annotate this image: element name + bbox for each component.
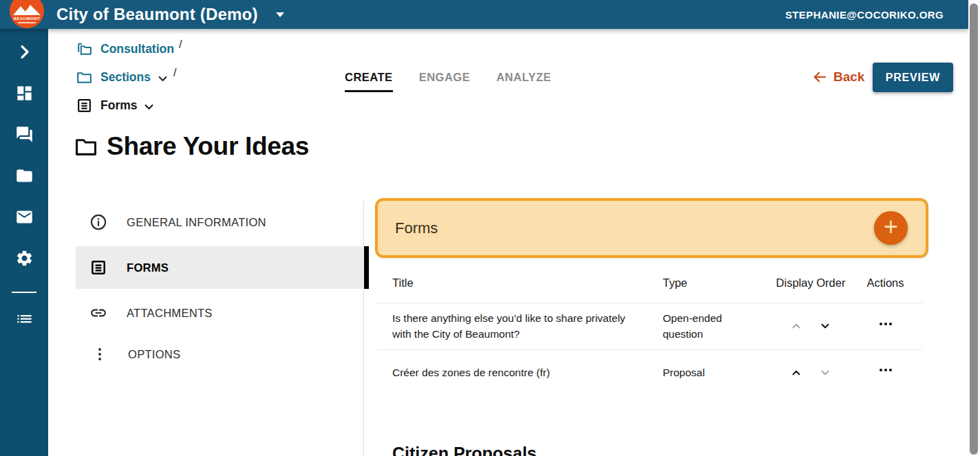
form-title: Créer des zones de rencontre (fr) — [377, 365, 647, 380]
section-nav: GENERAL INFORMATION FORMS ATTACHMENTS OP… — [76, 205, 364, 378]
breadcrumb-separator: / — [179, 39, 182, 51]
order-controls — [773, 367, 849, 379]
mail-icon[interactable] — [15, 208, 34, 226]
page-title-row: Share Your Ideas — [74, 132, 309, 161]
move-up-button[interactable] — [790, 320, 802, 332]
back-button[interactable]: Back — [812, 69, 864, 85]
column-header-title: Title — [377, 274, 647, 292]
back-label: Back — [833, 69, 864, 85]
column-header-display-order: Display Order — [773, 274, 849, 292]
mountains-graphic — [12, 3, 41, 16]
nav-item-attachments[interactable]: ATTACHMENTS — [76, 296, 364, 330]
folder-outline-icon — [74, 135, 98, 158]
list-icon[interactable] — [15, 310, 34, 328]
tab-create[interactable]: CREATE — [345, 71, 393, 92]
table-row: Créer des zones de rencontre (fr) Propos… — [377, 350, 922, 395]
breadcrumb-forms[interactable]: Forms — [76, 96, 182, 115]
nav-item-label: OPTIONS — [128, 348, 180, 361]
form-type: Proposal — [647, 365, 773, 380]
breadcrumb-consultation[interactable]: Consultation / — [76, 40, 182, 58]
nav-item-general-information[interactable]: GENERAL INFORMATION — [76, 205, 364, 239]
nav-item-label: FORMS — [127, 261, 169, 274]
form-type: Open-ended question — [647, 310, 773, 343]
logo-tagline — [18, 22, 36, 23]
move-down-button[interactable] — [819, 367, 831, 379]
folder-icon — [76, 69, 93, 86]
scrollbar-thumb[interactable] — [970, 3, 978, 455]
more-actions-button[interactable] — [877, 362, 894, 378]
form-icon — [76, 97, 93, 114]
icon-sidebar — [0, 29, 48, 456]
folder-icon[interactable] — [15, 166, 34, 185]
link-icon — [89, 304, 107, 322]
tab-analyze[interactable]: ANALYZE — [496, 71, 551, 92]
order-controls — [773, 320, 849, 332]
settings-icon[interactable] — [15, 249, 34, 268]
chevron-down-icon[interactable] — [157, 73, 169, 85]
dashboard-icon[interactable] — [15, 84, 34, 102]
breadcrumb-label[interactable]: Consultation — [100, 42, 174, 56]
breadcrumb-label[interactable]: Sections — [100, 70, 151, 85]
column-header-actions: Actions — [849, 274, 922, 292]
chevron-right-icon[interactable] — [15, 43, 34, 61]
form-icon — [89, 259, 107, 276]
mode-tabs: CREATE ENGAGE ANALYZE — [345, 71, 551, 92]
breadcrumb-sections[interactable]: Sections / — [76, 68, 182, 87]
table-row: Is there anything else you’d like to sha… — [377, 303, 922, 350]
table-header-row: Title Type Display Order Actions — [377, 263, 922, 303]
nav-item-label: GENERAL INFORMATION — [127, 216, 266, 229]
column-header-type: Type — [647, 274, 773, 292]
logo-text: BEAUMONT — [14, 16, 41, 21]
breadcrumb-label[interactable]: Forms — [100, 98, 137, 113]
move-up-button[interactable] — [790, 367, 802, 379]
dots-vertical-icon — [91, 346, 109, 362]
forms-table: Title Type Display Order Actions Is ther… — [377, 263, 922, 395]
active-indicator-bar — [364, 246, 369, 289]
breadcrumb-separator: / — [173, 67, 176, 79]
more-actions-button[interactable] — [877, 316, 894, 332]
conversations-icon[interactable] — [15, 125, 34, 144]
breadcrumb: Consultation / Sections / Forms — [76, 40, 182, 124]
arrow-left-icon — [812, 71, 827, 83]
folders-icon — [76, 41, 93, 58]
nav-item-label: ATTACHMENTS — [127, 307, 213, 320]
row-actions — [849, 316, 922, 336]
top-header: BEAUMONT City of Beaumont (Demo) STEPHAN… — [0, 0, 968, 29]
info-icon — [89, 213, 107, 231]
page-title: Share Your Ideas — [107, 132, 309, 161]
chevron-down-icon[interactable] — [276, 12, 284, 17]
preview-button[interactable]: PREVIEW — [873, 63, 953, 92]
tab-engage[interactable]: ENGAGE — [419, 71, 471, 92]
scrollbar-track[interactable] — [968, 0, 980, 456]
move-down-button[interactable] — [819, 320, 831, 332]
citizen-proposals-heading: Citizen Proposals — [392, 444, 537, 456]
row-actions — [849, 362, 922, 382]
forms-panel-header: Forms + — [375, 198, 928, 258]
app-title: City of Beaumont (Demo) — [56, 5, 258, 24]
nav-item-options[interactable]: OPTIONS — [76, 337, 364, 371]
forms-panel-title: Forms — [395, 219, 438, 237]
form-title: Is there anything else you’d like to sha… — [377, 310, 647, 343]
chevron-down-icon[interactable] — [143, 101, 155, 113]
add-form-button[interactable]: + — [874, 211, 908, 245]
beaumont-logo[interactable]: BEAUMONT — [10, 0, 44, 28]
user-email[interactable]: STEPHANIE@COCORIKO.ORG — [785, 9, 944, 21]
nav-item-forms[interactable]: FORMS — [76, 246, 364, 289]
sidebar-divider — [12, 292, 36, 293]
